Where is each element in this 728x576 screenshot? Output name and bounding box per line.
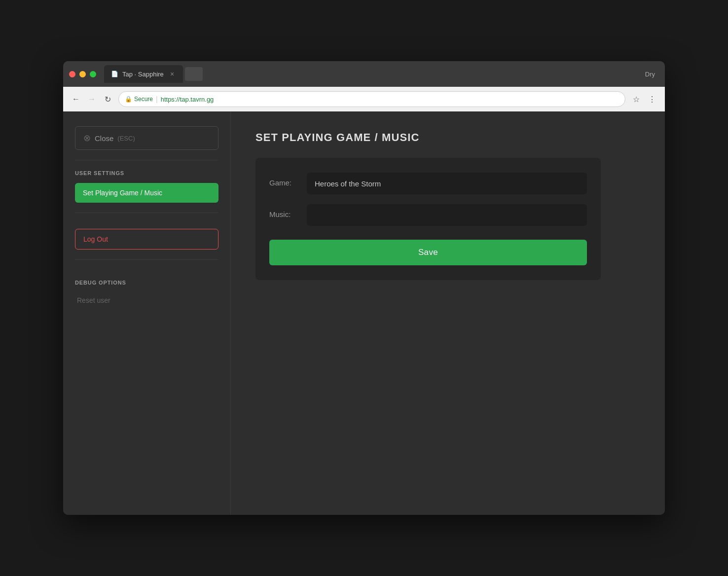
address-actions: ☆ ⋮ (629, 92, 659, 106)
url-divider: | (156, 95, 158, 103)
window-title: Dry (645, 71, 659, 78)
form-card: Game: Music: Save (255, 158, 601, 280)
game-input[interactable] (307, 173, 587, 194)
close-button[interactable]: ⊗ Close (ESC) (75, 126, 218, 150)
set-playing-button[interactable]: Set Playing Game / Music (75, 183, 218, 203)
reload-button[interactable]: ↻ (101, 92, 114, 106)
sidebar-divider-3 (75, 259, 218, 260)
sidebar-divider-2 (75, 213, 218, 213)
sidebar-divider-1 (75, 160, 218, 160)
minimize-traffic-light[interactable] (79, 71, 86, 77)
tab-document-icon: 📄 (111, 71, 118, 77)
close-shortcut: (ESC) (117, 135, 135, 142)
traffic-lights (69, 71, 96, 77)
browser-tab[interactable]: 📄 Tap · Sapphire × (104, 65, 183, 83)
tab-close-button[interactable]: × (168, 70, 176, 78)
music-field: Music: (269, 204, 587, 226)
debug-title: DEBUG OPTIONS (75, 280, 218, 286)
user-settings-title: USER SETTINGS (75, 170, 218, 176)
reset-user-item[interactable]: Reset user (75, 292, 218, 308)
bookmark-button[interactable]: ☆ (629, 92, 643, 106)
url-bar[interactable]: 🔒 Secure | https://tap.tavrn.gg (118, 91, 625, 107)
music-label: Music: (269, 204, 299, 218)
close-circle-icon: ⊗ (83, 133, 91, 144)
more-button[interactable]: ⋮ (645, 92, 659, 106)
secure-label: Secure (134, 96, 153, 103)
maximize-traffic-light[interactable] (90, 71, 96, 77)
close-label: Close (95, 134, 113, 143)
tab-title: Tap · Sapphire (122, 71, 164, 78)
page-heading: SET PLAYING GAME / MUSIC (255, 131, 640, 144)
log-out-button[interactable]: Log Out (75, 229, 218, 250)
secure-badge: 🔒 Secure (125, 96, 153, 103)
save-button[interactable]: Save (269, 240, 587, 265)
browser-window: 📄 Tap · Sapphire × Dry ← → ↻ 🔒 Secure | … (63, 61, 665, 515)
game-label: Game: (269, 173, 299, 187)
page-content: ⊗ Close (ESC) USER SETTINGS Set Playing … (63, 111, 665, 515)
tab-bar: 📄 Tap · Sapphire × (104, 65, 641, 83)
game-field: Game: (269, 173, 587, 194)
address-bar: ← → ↻ 🔒 Secure | https://tap.tavrn.gg ☆ … (63, 87, 665, 111)
new-tab-area (185, 67, 203, 81)
close-traffic-light[interactable] (69, 71, 75, 77)
main-content: SET PLAYING GAME / MUSIC Game: Music: Sa… (231, 111, 665, 515)
music-input[interactable] (307, 204, 587, 226)
nav-buttons: ← → ↻ (69, 92, 114, 106)
debug-section: DEBUG OPTIONS Reset user (75, 280, 218, 308)
forward-button[interactable]: → (85, 92, 99, 106)
title-bar: 📄 Tap · Sapphire × Dry (63, 61, 665, 87)
lock-icon: 🔒 (125, 96, 132, 103)
url-text: https://tap.tavrn.gg (161, 96, 214, 103)
sidebar: ⊗ Close (ESC) USER SETTINGS Set Playing … (63, 111, 231, 515)
back-button[interactable]: ← (69, 92, 83, 106)
